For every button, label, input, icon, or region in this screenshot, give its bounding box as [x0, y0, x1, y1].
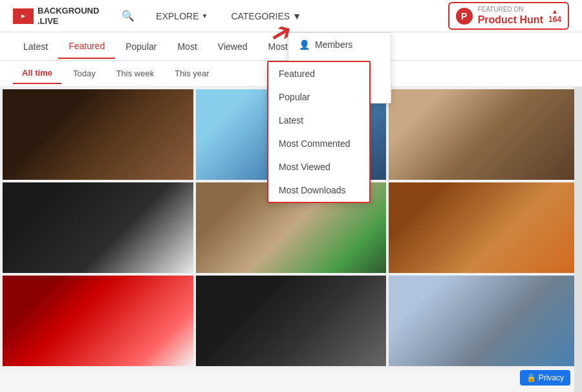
grid-item-6[interactable] [389, 182, 579, 273]
grid-item-9[interactable] [389, 276, 579, 366]
tab-today[interactable]: Today [64, 63, 105, 83]
product-hunt-count: ▲ 164 [548, 8, 561, 24]
members-icon: 👤 [299, 39, 310, 50]
search-button[interactable]: 🔍 [118, 6, 138, 25]
categories-chevron-icon: ▼ [292, 11, 301, 21]
logo-icon: ► [13, 8, 34, 24]
tab-this-week[interactable]: This week [107, 63, 164, 83]
subnav-viewed[interactable]: Viewed [208, 35, 258, 58]
cat-most-viewed[interactable]: Most Viewed [268, 155, 369, 179]
logo[interactable]: ► BACKGROUND .LIVE [13, 6, 99, 26]
categories-menu-button[interactable]: CATEGORIES ▼ [226, 8, 307, 25]
subnav-popular[interactable]: Popular [115, 35, 167, 58]
grid-item-8[interactable] [196, 276, 387, 366]
cat-popular[interactable]: Popular [268, 85, 369, 109]
grid-item-4[interactable] [3, 182, 193, 273]
privacy-button[interactable]: 🔒 Privacy [520, 370, 570, 386]
product-hunt-icon: P [456, 8, 473, 25]
cat-latest[interactable]: Latest [268, 109, 369, 132]
cat-most-commented[interactable]: Most Commented [268, 132, 369, 155]
members-label: Members [315, 39, 352, 50]
grid-item-7[interactable] [3, 276, 193, 366]
cat-featured[interactable]: Featured [268, 62, 369, 85]
grid-item-3[interactable] [389, 89, 579, 180]
explore-chevron-icon: ▼ [201, 12, 208, 19]
tab-all-time[interactable]: All time [13, 63, 61, 84]
subnav-latest[interactable]: Latest [13, 35, 58, 58]
cat-most-downloads[interactable]: Most Downloads [268, 179, 369, 202]
logo-text: BACKGROUND .LIVE [38, 6, 99, 26]
subnav-featured[interactable]: Featured [58, 34, 115, 59]
product-hunt-badge[interactable]: P FEATURED ON Product Hunt ▲ 164 [448, 2, 569, 30]
explore-members[interactable]: 👤 Members [288, 33, 391, 56]
explore-menu-button[interactable]: EXPLORE ▼ [151, 8, 213, 25]
grid-item-1[interactable] [3, 89, 193, 180]
tab-this-year[interactable]: This year [166, 63, 218, 83]
product-hunt-text: FEATURED ON Product Hunt [478, 6, 543, 26]
subnav-most[interactable]: Most [167, 35, 207, 58]
categories-dropdown: Featured Popular Latest Most Commented M… [267, 61, 371, 203]
